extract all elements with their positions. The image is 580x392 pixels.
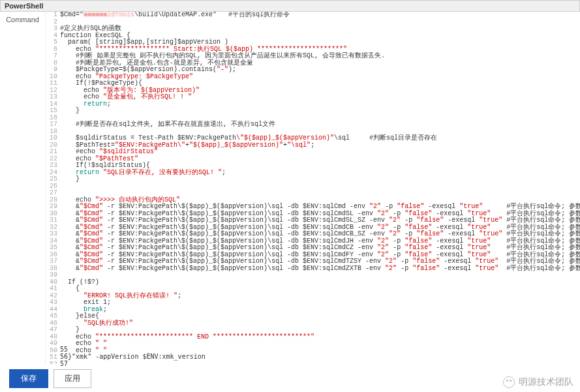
code-extra-lines: 55 56 "xmk" -appVersion $ENV:xmk_version… (60, 346, 206, 367)
main-area: Command 12345678910111213141516171819202… (0, 12, 580, 364)
left-label: Command (0, 12, 46, 364)
code-content[interactable]: $Cmd="■■■■■■ldTools\build\UpdateMAP.exe"… (60, 12, 580, 364)
panel-title: PowerShell (0, 0, 580, 12)
code-editor[interactable]: 1234567891011121314151617181920212223242… (46, 12, 580, 364)
line-gutter: 1234567891011121314151617181920212223242… (46, 12, 60, 364)
wechat-icon (503, 376, 515, 388)
watermark-text: 明源技术团队 (519, 376, 573, 388)
watermark: 明源技术团队 (503, 376, 573, 388)
apply-button[interactable]: 应用 (53, 369, 91, 388)
bottom-toolbar: 保存 应用 (0, 369, 91, 388)
save-button[interactable]: 保存 (9, 369, 48, 388)
